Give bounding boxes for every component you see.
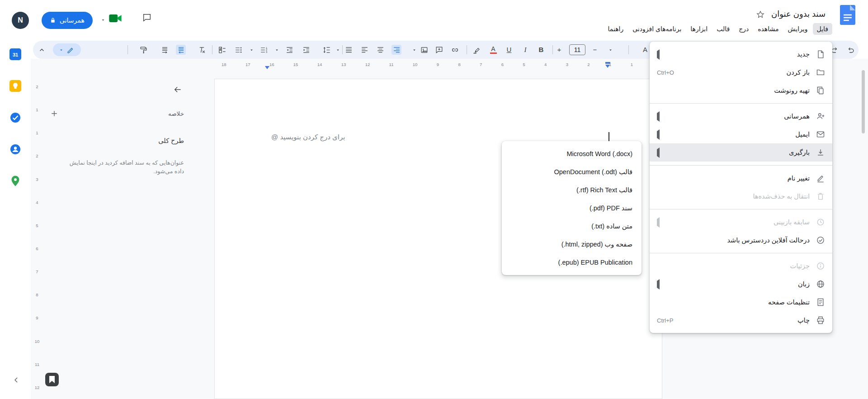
align-justify-button[interactable] (344, 45, 354, 55)
printer-icon (816, 316, 825, 325)
bookmark-icon[interactable] (45, 373, 59, 386)
indent-marker-left[interactable] (265, 66, 269, 69)
numbered-list-button[interactable] (259, 45, 269, 55)
insert-link-button[interactable] (450, 45, 460, 55)
underline-button[interactable]: U (504, 45, 514, 55)
menu-item-new[interactable]: جدید (650, 45, 832, 63)
menu-file[interactable]: فایل (813, 23, 832, 35)
indent-marker-right[interactable] (605, 65, 610, 68)
hide-menus-button[interactable] (37, 45, 47, 55)
menu-item-print[interactable]: چاپ Ctrl+P (650, 311, 832, 329)
menu-separator (650, 253, 832, 253)
menu-item-download[interactable]: بارگیری (650, 143, 832, 162)
menu-item-open[interactable]: باز کردن Ctrl+O (650, 63, 832, 81)
increase-indent-button[interactable] (301, 45, 311, 55)
submenu-item-epub[interactable]: (.epub) EPUB Publication (502, 253, 642, 271)
tasks-icon[interactable] (9, 112, 21, 124)
menu-item-language[interactable]: زبان (650, 275, 832, 293)
calendar-icon[interactable]: 31 (9, 48, 21, 60)
align-right-button[interactable] (392, 45, 401, 55)
menu-separator (650, 209, 832, 209)
clear-formatting-button[interactable] (197, 45, 207, 55)
font-size-input[interactable]: 11 (569, 44, 585, 55)
menu-tools[interactable]: ابزارها (686, 23, 712, 35)
menu-format[interactable]: قالب (712, 23, 734, 35)
collapse-rail-chevron[interactable] (12, 375, 21, 385)
text-color-button[interactable]: A (488, 45, 498, 55)
avatar[interactable]: N (12, 12, 29, 29)
star-icon[interactable] (756, 10, 765, 19)
line-spacing-button[interactable] (321, 45, 331, 55)
add-tab-button[interactable] (50, 109, 59, 118)
ruler-number: 5 (523, 62, 525, 67)
pencil-icon[interactable] (66, 45, 75, 55)
menu-item-make-available-offline[interactable]: درحالت آفلاین دردسترس باشد (650, 231, 832, 249)
bold-button[interactable]: B (536, 45, 546, 55)
share-button[interactable]: همرسانی (42, 12, 93, 29)
text-direction-rtl-button[interactable] (176, 45, 186, 55)
align-left-button[interactable] (359, 45, 369, 55)
submenu-item-odt[interactable]: OpenDocument (.odt) قالب (502, 163, 642, 181)
outline-label[interactable]: طرح کلی (158, 137, 184, 144)
collapse-panel-button[interactable] (173, 85, 182, 94)
checklist-button[interactable] (217, 45, 227, 55)
maps-icon[interactable] (9, 175, 21, 187)
ruler-number: 9 (36, 315, 38, 320)
vertical-ruler[interactable]: 21123456789101112 (33, 84, 42, 390)
increase-font-size-button[interactable]: + (554, 45, 564, 55)
meet-caret-icon[interactable] (100, 17, 106, 23)
numbered-list-caret-icon[interactable] (272, 45, 282, 55)
menu-item-make-copy[interactable]: تهیه رونوشت (650, 81, 832, 100)
ruler-number: 2 (587, 62, 590, 67)
menu-item-rename[interactable]: تغییر نام (650, 169, 832, 187)
add-comment-button[interactable] (434, 45, 444, 55)
menu-insert[interactable]: درج (735, 23, 753, 35)
bulleted-list-button[interactable] (233, 45, 243, 55)
mode-caret-icon[interactable] (56, 45, 66, 55)
text-color-bar (490, 52, 497, 54)
submenu-item-html[interactable]: (.html, zipped) صفحه وب (502, 235, 642, 253)
scrollbar-thumb[interactable] (862, 70, 865, 133)
submenu-item-pdf[interactable]: (.pdf) PDF سند (502, 199, 642, 217)
alignment-caret-icon[interactable] (409, 45, 419, 55)
submenu-item-docx[interactable]: Microsoft Word (.docx) (502, 145, 642, 163)
menu-item-page-setup[interactable]: تنظیمات صفحه (650, 293, 832, 311)
insert-image-button[interactable] (419, 45, 429, 55)
menu-help[interactable]: راهنما (604, 23, 628, 35)
ruler-number: 6 (36, 246, 38, 251)
font-family-selector[interactable]: A (640, 45, 650, 55)
decrease-font-size-button[interactable]: − (590, 45, 600, 55)
menu-view[interactable]: مشاهده (754, 23, 783, 35)
line-spacing-caret-icon[interactable] (333, 45, 343, 55)
bulleted-list-caret-icon[interactable] (246, 45, 256, 55)
toolbar-divider (342, 45, 343, 54)
document-title[interactable]: سند بدون عنوان (771, 9, 826, 19)
ruler-number: 4 (544, 62, 547, 67)
menu-edit[interactable]: ویرایش (784, 23, 812, 35)
align-center-button[interactable] (375, 45, 385, 55)
decrease-indent-button[interactable] (284, 45, 294, 55)
keep-icon[interactable] (9, 80, 21, 92)
text-direction-ltr-button[interactable] (160, 45, 170, 55)
first-line-indent-marker[interactable] (605, 62, 610, 64)
mail-icon (816, 130, 825, 139)
paint-format-button[interactable] (138, 45, 148, 55)
menu-item-share[interactable]: همرسانی (650, 107, 832, 125)
submenu-item-txt[interactable]: (.txt) متن ساده (502, 217, 642, 235)
meet-icon[interactable] (108, 14, 122, 23)
ruler-number: 1 (631, 62, 633, 67)
comment-history-icon[interactable] (142, 13, 152, 23)
undo-button[interactable] (845, 45, 855, 55)
contacts-icon[interactable] (9, 143, 21, 155)
menu-item-email[interactable]: ایمیل (650, 125, 832, 143)
horizontal-ruler[interactable]: 1817161514131211109876543211 (222, 62, 633, 67)
submenu-item-rtf[interactable]: (.rtf) Rich Text قالب (502, 181, 642, 199)
menu-extensions[interactable]: برنامه‌های افزودنی (628, 23, 685, 35)
italic-button[interactable]: I (520, 45, 530, 55)
menu-item-version-history[interactable]: سابقه بازبینی (650, 213, 832, 231)
google-docs-logo[interactable] (840, 5, 855, 25)
menu-separator (650, 103, 832, 104)
highlight-color-button[interactable] (472, 45, 481, 55)
ruler-number: 16 (269, 62, 274, 67)
font-caret-icon[interactable] (605, 45, 615, 55)
